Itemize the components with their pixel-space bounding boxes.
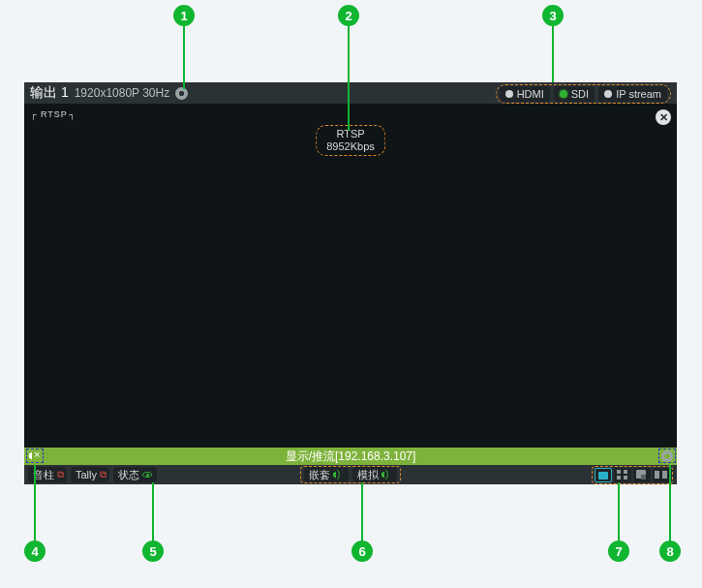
- layout-pip-button[interactable]: [633, 468, 651, 482]
- stream-status-bar: 显示/推流[192.168.3.107]: [24, 448, 677, 465]
- settings-gear-icon[interactable]: [175, 87, 188, 100]
- toggle-label: 音柱: [33, 468, 54, 482]
- callout-line: [552, 26, 554, 82]
- callout-1: 1: [173, 5, 195, 26]
- io-output-group: HDMI SDI IP stream: [496, 84, 671, 104]
- close-icon: ✕: [659, 111, 668, 124]
- callout-line: [152, 482, 154, 542]
- audio-label: 嵌套: [309, 468, 330, 482]
- speaker-icon: [382, 470, 392, 480]
- status-dot-icon: [505, 90, 513, 98]
- embedded-audio-button[interactable]: 嵌套: [304, 467, 349, 482]
- io-ipstream-button[interactable]: IP stream: [598, 86, 667, 102]
- corner-protocol-tag: RTSP: [30, 109, 76, 119]
- header-bar: 输出 1 1920x1080P 30Hz HDMI SDI IP stream: [24, 82, 677, 104]
- callout-3: 3: [542, 5, 564, 26]
- callout-5: 5: [142, 541, 164, 562]
- stream-status-text: 显示/推流[192.168.3.107]: [286, 449, 416, 465]
- callout-line: [669, 465, 671, 542]
- layout-mode-group: [592, 466, 673, 484]
- callout-2: 2: [338, 5, 359, 26]
- status-dot-icon: [560, 90, 567, 98]
- stream-config-button[interactable]: [658, 449, 676, 463]
- eye-icon: [142, 472, 152, 478]
- gear-icon: [661, 450, 673, 462]
- io-label: SDI: [571, 88, 589, 100]
- audio-label: 模拟: [357, 468, 379, 482]
- output-title: 输出 1: [30, 84, 69, 102]
- callout-line: [183, 26, 185, 89]
- audio-source-group: 嵌套 模拟: [300, 466, 401, 483]
- mute-toggle[interactable]: [26, 449, 44, 463]
- layout-single-button[interactable]: [595, 468, 612, 482]
- io-hdmi-button[interactable]: HDMI: [500, 86, 550, 102]
- io-sdi-button[interactable]: SDI: [554, 86, 595, 102]
- callout-line: [361, 482, 363, 542]
- link-off-icon: ⧉: [100, 469, 105, 480]
- bottom-toolbar: 音柱 ⧉ Tally ⧉ 状态 嵌套 模拟: [24, 465, 677, 484]
- stream-bitrate: 8952Kbps: [326, 140, 375, 153]
- analog-audio-button[interactable]: 模拟: [352, 467, 397, 482]
- video-preview: RTSP ✕ RTSP 8952Kbps: [24, 104, 677, 448]
- status-toggle[interactable]: 状态: [113, 467, 157, 482]
- callout-6: 6: [351, 541, 373, 562]
- speaker-icon: [333, 470, 344, 480]
- io-label: HDMI: [517, 88, 544, 100]
- output-panel: 输出 1 1920x1080P 30Hz HDMI SDI IP stream …: [24, 82, 677, 484]
- callout-4: 4: [24, 541, 46, 562]
- layout-quad-button[interactable]: [614, 468, 631, 482]
- callout-7: 7: [608, 541, 629, 562]
- close-button[interactable]: ✕: [656, 109, 671, 125]
- link-off-icon: ⧉: [57, 469, 62, 480]
- callout-line: [34, 465, 36, 542]
- output-resolution: 1920x1080P 30Hz: [75, 86, 170, 100]
- toggle-label: 状态: [118, 468, 139, 482]
- layout-sbs-button[interactable]: [653, 468, 670, 482]
- tally-toggle[interactable]: Tally ⧉: [71, 467, 109, 482]
- status-dot-icon: [604, 90, 612, 98]
- speaker-muted-icon: [29, 450, 41, 462]
- toggle-label: Tally: [76, 469, 97, 480]
- callout-line: [348, 26, 350, 131]
- stream-protocol: RTSP: [326, 128, 375, 140]
- callout-8: 8: [659, 541, 681, 562]
- stream-info-badge: RTSP 8952Kbps: [316, 125, 385, 156]
- io-label: IP stream: [616, 88, 661, 100]
- callout-line: [618, 482, 620, 542]
